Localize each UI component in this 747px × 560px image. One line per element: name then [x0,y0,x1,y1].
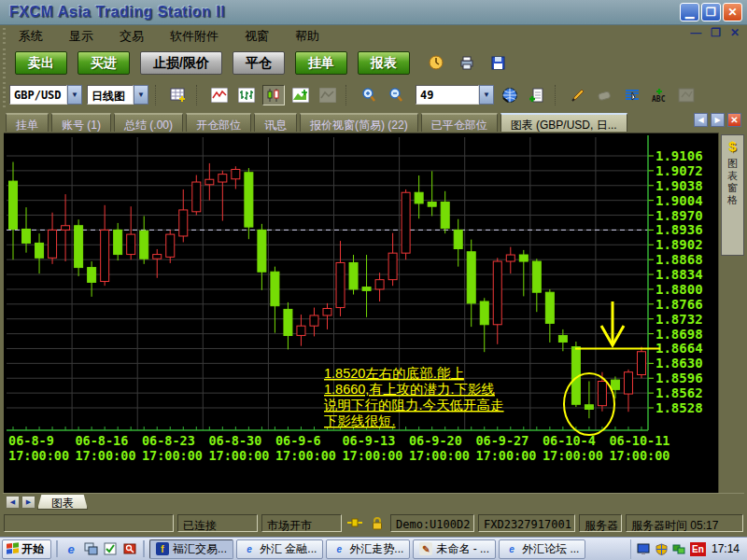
tab-scroll-left-icon[interactable]: ◀ [694,113,708,127]
task-label: 未命名 - ... [436,541,489,557]
price-axis-label: 1.8630 [655,356,703,371]
toolbar-button-1[interactable]: 买进 [78,51,130,75]
tab-3[interactable]: 开仓部位 [186,113,251,132]
abc-label-icon[interactable]: ABC [648,85,670,105]
mdi-close-icon[interactable]: ✕ [730,26,740,39]
area-chart-icon[interactable] [289,85,312,105]
chart-pane-tab[interactable]: $ 图表窗格 [721,134,744,256]
menu-item-1[interactable]: 显示 [69,28,93,45]
tab-5[interactable]: 报价视窗(简易) (22) [300,113,418,132]
menu-item-5[interactable]: 帮助 [295,28,319,45]
candlestick-chart-icon[interactable] [262,85,285,105]
tab-4[interactable]: 讯息 [254,113,297,132]
chevron-down-icon[interactable]: ▼ [67,85,82,105]
toolbar-button-2[interactable]: 止损/限价 [140,51,222,75]
mdi-restore-icon[interactable]: ❐ [711,26,721,39]
status-bar: 已连接 市场开市 Demo:U100D2 FXD2327917001 服务器 服… [0,511,747,535]
toolbar-button-5[interactable]: 报表 [358,51,410,75]
date-axis-label: 06-9-6 [275,433,321,448]
toolbar-button-3[interactable]: 平仓 [233,51,285,75]
tab-scroll-right-icon[interactable]: ▶ [711,113,725,127]
text-lines-icon[interactable] [621,85,643,105]
taskbar-task-0[interactable]: f福汇交易... [149,539,233,559]
start-button[interactable]: 开始 [2,539,51,559]
candle-body [323,308,331,315]
bars-combo[interactable]: 49 ▼ [416,85,494,105]
search-tool-icon[interactable] [121,540,138,557]
display-tray-icon[interactable] [637,542,651,555]
print-icon[interactable] [456,52,478,73]
taskbar-task-3[interactable]: ✎未命名 - ... [413,539,496,559]
tab-2[interactable]: 总结 (.00) [114,113,183,132]
pencil-icon[interactable] [567,85,589,105]
globe-icon[interactable] [499,85,521,105]
new-doc-icon[interactable] [526,85,548,105]
minimize-button[interactable]: ▁ [680,3,699,21]
close-button[interactable]: ✕ [723,3,742,21]
sheet-tab-chart[interactable]: 图表 [37,495,88,510]
chart-window[interactable]: 1.91061.90721.90381.90041.89701.89361.89… [4,133,718,493]
candle-body [467,252,475,303]
menu-item-2[interactable]: 交易 [120,28,144,45]
toolbar-button-4[interactable]: 挂单 [295,51,347,75]
chevron-down-icon[interactable]: ▼ [134,85,148,105]
task-app-icon: e [332,542,345,555]
language-indicator[interactable]: En [690,542,706,556]
network-tray-icon[interactable] [672,542,686,555]
tab-1[interactable]: 账号 (1) [51,113,111,132]
price-axis-label: 1.9038 [655,178,703,193]
system-tray: En 17:14 [630,539,745,559]
shield-tray-icon[interactable] [655,542,669,555]
toolbar-grip [3,49,6,78]
mdi-window-controls: — ❐ ✕ [690,26,740,39]
account-id: Demo:U100D2 [390,514,474,532]
candle-body [558,335,567,342]
candle-body [637,352,645,375]
price-axis-label: 1.8936 [655,222,703,237]
toolbar-separator [345,85,351,105]
check-doc-icon[interactable] [102,540,119,557]
toolbar-button-0[interactable]: 卖出 [15,51,67,75]
tab-6[interactable]: 已平仓部位 [421,113,498,132]
tab-0[interactable]: 挂单 [6,113,49,132]
sheet-next-icon[interactable]: ▶ [21,496,35,509]
candle-body [388,253,397,279]
symbol-combo[interactable]: GBP/USD ▼ [9,85,82,105]
candle-body [441,203,449,229]
date-axis-label: 06-8-9 [8,433,54,448]
taskbar-task-1[interactable]: e外汇 金融... [236,539,323,559]
annotation-text: 下影线很短. [324,413,396,428]
tab-close-icon[interactable]: ✕ [727,113,741,127]
taskbar-task-2[interactable]: e外汇走势... [326,539,410,559]
menu-item-0[interactable]: 系统 [19,28,43,45]
price-axis-label: 1.9072 [655,163,703,178]
menu-item-3[interactable]: 软件附件 [170,28,218,45]
tab-7[interactable]: 图表 (GBP/USD, 日... [500,113,627,132]
sheet-prev-icon[interactable]: ◀ [6,496,20,509]
windows-logo-icon [7,542,19,554]
line-chart-icon[interactable] [208,85,231,105]
mdi-minimize-icon[interactable]: — [690,26,701,39]
candlestick-chart[interactable]: 1.91061.90721.90381.90041.89701.89361.89… [4,133,718,494]
candle-body [545,292,554,323]
ohlc-chart-icon[interactable] [235,85,258,105]
ie-quicklaunch-icon[interactable]: e [63,540,79,557]
date-axis-label: 06-8-16 [75,433,128,448]
chart-pane-tab-char: 表 [727,170,738,182]
windows-switch-icon[interactable] [82,540,99,557]
candle-body [192,182,201,212]
new-grid-icon[interactable] [167,85,190,105]
zoom-out-icon[interactable] [385,85,407,105]
clock-icon[interactable] [425,52,447,73]
task-app-icon: ✎ [419,542,432,555]
candle-body [454,230,462,248]
candle-body [611,380,619,389]
chevron-down-icon[interactable]: ▼ [479,85,494,105]
menu-item-4[interactable]: 视窗 [245,28,269,45]
period-combo[interactable]: 日线图 ▼ [87,85,148,105]
zoom-in-icon[interactable] [358,85,380,105]
restore-button[interactable]: ❐ [701,3,721,21]
taskbar-task-4[interactable]: e外汇论坛 ... [499,539,585,559]
save-icon[interactable] [486,52,509,73]
price-axis-label: 1.8868 [655,252,703,267]
